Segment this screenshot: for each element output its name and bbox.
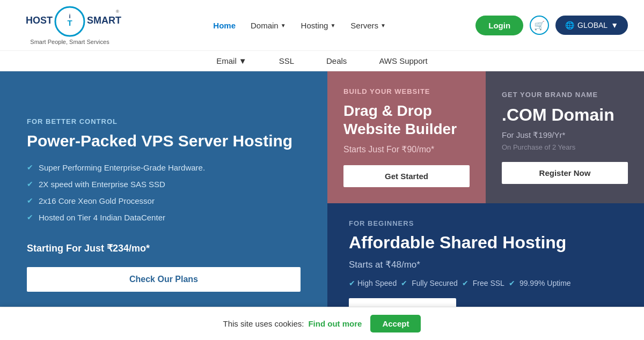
shared-feature-2: Fully Secured — [412, 279, 458, 287]
domain-price: For Just ₹199/Yr* — [502, 130, 628, 140]
nav-hosting[interactable]: Hosting ▼ — [301, 21, 336, 30]
login-button[interactable]: Login — [475, 16, 523, 35]
nav-deals[interactable]: Deals — [326, 56, 347, 65]
main-content: FOR BETTER CONTROL Power-Packed VPS Serv… — [0, 71, 644, 337]
shared-features: ✔ High Speed ✔ Fully Secured ✔ Free SSL … — [349, 279, 623, 287]
domain-cta-button[interactable]: Register Now — [502, 162, 628, 184]
email-caret: ▼ — [239, 56, 247, 65]
vps-panel: FOR BETTER CONTROL Power-Packed VPS Serv… — [0, 71, 327, 337]
cart-button[interactable]: 🛒 — [530, 16, 549, 35]
nav-email[interactable]: Email ▼ — [216, 56, 246, 65]
vps-title: Power-Packed VPS Server Hosting — [27, 132, 301, 150]
vps-label: FOR BETTER CONTROL — [27, 117, 301, 125]
shared-price: Starts at ₹48/mo* — [349, 259, 623, 270]
shared-label: FOR BEGINNERS — [349, 219, 623, 227]
builder-cta-button[interactable]: Get Started — [343, 165, 470, 187]
check-icon-4: ✔ — [27, 213, 33, 221]
builder-price: Starts Just For ₹90/mo* — [343, 144, 470, 154]
svg-text:®: ® — [116, 9, 119, 14]
right-panels: BUILD YOUR WEBSITE Drag & Drop Website B… — [327, 71, 644, 337]
check-icon-1: ✔ — [27, 163, 33, 172]
builder-label: BUILD YOUR WEBSITE — [343, 87, 470, 95]
header-actions: Login 🛒 🌐 GLOBAL ▼ — [475, 16, 628, 35]
domain-panel: GET YOUR BRAND NAME .COM Domain For Just… — [486, 71, 644, 203]
vps-feature-3: ✔ 2x16 Core Xeon Gold Processor — [27, 196, 301, 205]
hosting-dropdown-icon: ▼ — [330, 23, 335, 28]
builder-panel: BUILD YOUR WEBSITE Drag & Drop Website B… — [327, 71, 486, 203]
main-nav: Home Domain ▼ Hosting ▼ Servers ▼ — [213, 21, 386, 30]
vps-cta-button[interactable]: Check Our Plans — [27, 267, 301, 292]
global-button[interactable]: 🌐 GLOBAL ▼ — [555, 16, 628, 35]
shared-check-4: ✔ — [509, 279, 515, 287]
svg-text:T: T — [67, 18, 72, 27]
shared-feature-1: ✔ High Speed — [349, 279, 397, 287]
shared-feature-3: Free SSL — [473, 279, 504, 287]
global-caret: ▼ — [611, 21, 618, 29]
domain-title: .COM Domain — [502, 105, 628, 125]
check-icon-3: ✔ — [27, 196, 33, 205]
nav-servers[interactable]: Servers ▼ — [350, 21, 386, 30]
vps-features: ✔ Super Performing Enterprise-Grade Hard… — [27, 163, 301, 230]
logo-tagline: Smart People, Smart Services — [30, 39, 109, 45]
domain-dropdown-icon: ▼ — [281, 23, 286, 28]
secondary-nav: Email ▼ SSL Deals AWS Support — [0, 51, 644, 71]
shared-title: Affordable Shared Hosting — [349, 233, 623, 253]
header: i T HOST SMART ® Smart People, Smart Ser… — [0, 0, 644, 51]
cookie-accept-button[interactable]: Accept — [370, 315, 421, 332]
vps-feature-2: ✔ 2X speed with Enterprise SAS SSD — [27, 180, 301, 189]
logo: i T HOST SMART ® Smart People, Smart Ser… — [16, 5, 123, 45]
vps-feature-4: ✔ Hosted on Tier 4 Indian DataCenter — [27, 213, 301, 222]
top-panels: BUILD YOUR WEBSITE Drag & Drop Website B… — [327, 71, 644, 203]
shared-feature-4: 99.99% Uptime — [519, 279, 571, 287]
svg-text:SMART: SMART — [87, 15, 121, 26]
domain-sub: On Purchase of 2 Years — [502, 143, 628, 151]
nav-domain[interactable]: Domain ▼ — [251, 21, 286, 30]
nav-ssl[interactable]: SSL — [279, 56, 294, 65]
logo-svg: i T HOST SMART ® — [16, 5, 123, 38]
cookie-link[interactable]: Find out more — [308, 319, 362, 328]
shared-check-3: ✔ — [462, 279, 469, 287]
vps-price: Starting For Just ₹234/mo* — [27, 242, 301, 254]
cookie-text: This site uses cookies: — [223, 319, 304, 328]
globe-icon: 🌐 — [565, 21, 574, 29]
domain-label: GET YOUR BRAND NAME — [502, 91, 628, 99]
servers-dropdown-icon: ▼ — [380, 23, 386, 28]
builder-title: Drag & Drop Website Builder — [343, 102, 470, 138]
shared-check-1: ✔ — [349, 279, 355, 287]
shared-check-2: ✔ — [401, 279, 407, 287]
nav-home[interactable]: Home — [213, 21, 236, 30]
cookie-banner: This site uses cookies: Find out more Ac… — [0, 307, 644, 337]
nav-aws[interactable]: AWS Support — [379, 56, 427, 65]
vps-feature-1: ✔ Super Performing Enterprise-Grade Hard… — [27, 163, 301, 172]
check-icon-2: ✔ — [27, 180, 33, 188]
svg-text:HOST: HOST — [26, 15, 53, 26]
